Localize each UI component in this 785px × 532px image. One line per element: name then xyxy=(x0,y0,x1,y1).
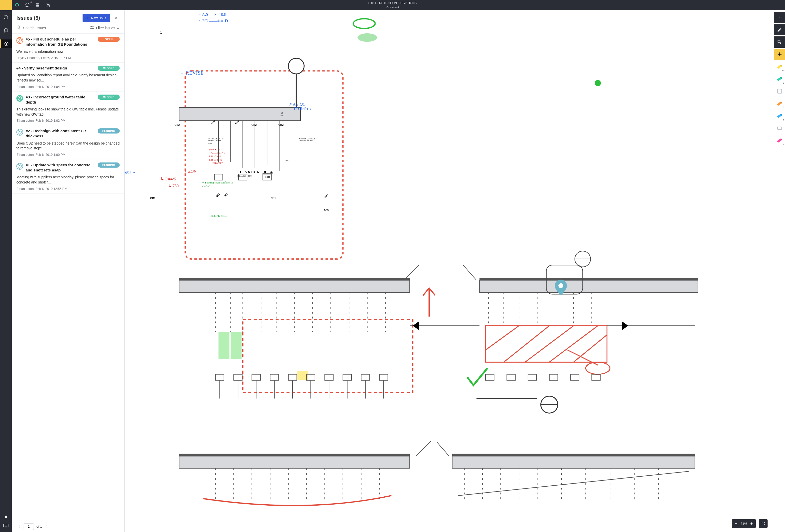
new-issue-button[interactable]: ＋ New issue xyxy=(82,14,110,22)
status-badge: PENDING xyxy=(98,162,120,167)
svg-rect-75 xyxy=(479,281,698,292)
svg-line-50 xyxy=(404,265,419,280)
svg-point-16 xyxy=(91,26,92,27)
svg-line-86 xyxy=(504,326,549,362)
svg-line-77 xyxy=(463,265,476,280)
status-badge: CLOSED xyxy=(98,65,120,71)
zoom-out-button[interactable]: − xyxy=(735,521,737,526)
layers-icon[interactable] xyxy=(12,0,22,10)
issue-title: #3 - Incorrect ground water table depth xyxy=(26,95,95,105)
annot-top2: ~ 2·D ——# ⇨ D xyxy=(199,19,228,23)
info-icon[interactable] xyxy=(0,13,12,22)
marker-pink[interactable]: 4 xyxy=(774,135,785,146)
annot-slope: SLOPE FILL xyxy=(210,214,227,218)
keyboard-icon[interactable] xyxy=(3,524,8,528)
pencil-tool[interactable]: 2 xyxy=(774,24,785,35)
zoom-control: − 31% + xyxy=(732,519,756,528)
issue-item[interactable]: #5 - Fill out schedule as per informatio… xyxy=(12,33,124,62)
svg-rect-97 xyxy=(592,374,600,380)
callout-sheet: S.013 xyxy=(280,115,284,116)
right-rail: 2 20 2 5 5 4 xyxy=(774,10,785,532)
grid-bubble-1: 1 xyxy=(160,31,162,34)
grid-icon[interactable] xyxy=(32,0,43,10)
issue-list: #5 - Fill out schedule as per informatio… xyxy=(12,33,124,521)
stamp-tool[interactable] xyxy=(774,86,785,97)
issue-item[interactable]: #3 - Incorrect ground water table depthC… xyxy=(12,91,124,126)
issue-item[interactable]: #2 - Redesign with consistent CB thickne… xyxy=(12,125,124,159)
comment-icon[interactable] xyxy=(0,26,12,35)
chevron-down-icon: ⌄ xyxy=(117,26,120,30)
svg-point-6 xyxy=(6,44,6,45)
elevation-title: ELEVATION xyxy=(237,170,260,174)
svg-marker-0 xyxy=(15,3,19,5)
cb2-label-1: CB2 xyxy=(175,124,180,126)
svg-line-87 xyxy=(525,326,574,362)
annot-gw1: New GW xyxy=(209,148,220,151)
annot-footing: → Footing shall conform to UCAD xyxy=(202,181,235,187)
issue-item[interactable]: #1 - Update with specs for concrete and … xyxy=(12,159,124,193)
issues-title: Issues (5) xyxy=(17,15,82,21)
svg-rect-84 xyxy=(486,326,607,362)
gw-label-2: APPROX. DEPTH OF GROUND WATER xyxy=(299,138,320,141)
page-input[interactable] xyxy=(24,523,34,530)
annot-top1: ~ A.S — S × 0.8 xyxy=(199,12,226,17)
compare-icon[interactable] xyxy=(43,0,53,10)
svg-point-24 xyxy=(288,58,304,74)
svg-point-136 xyxy=(353,19,375,28)
marker-orange[interactable]: 5 xyxy=(774,98,785,109)
drawing-canvas[interactable]: 1 CB2 CB2 CB2 CB2 CB2 SW2 SW2 APPROX. DE… xyxy=(125,10,774,532)
select-tool[interactable] xyxy=(774,36,785,48)
zoom-value: 31% xyxy=(741,522,747,526)
svg-point-137 xyxy=(358,33,377,42)
svg-rect-110 xyxy=(179,454,410,456)
svg-line-89 xyxy=(574,335,607,362)
next-page-button[interactable]: 〉 xyxy=(45,524,50,529)
issues-tab-icon[interactable] xyxy=(0,39,12,48)
sw2-label-1: SW2 xyxy=(208,143,212,144)
close-panel-icon[interactable]: ✕ xyxy=(112,16,120,21)
issue-item[interactable]: #4 - Verify basement designCLOSEDUpdated… xyxy=(12,62,124,91)
svg-point-19 xyxy=(19,39,21,41)
issue-title: #5 - Fill out schedule as per informatio… xyxy=(26,37,95,47)
back-button[interactable]: ← xyxy=(0,0,12,10)
svg-rect-64 xyxy=(379,374,388,380)
status-badge: PENDING xyxy=(98,128,120,134)
elevation-sheet: S.011 xyxy=(265,176,270,178)
plus-icon: ＋ xyxy=(86,16,90,20)
pin-icon xyxy=(17,37,23,44)
annot-hash45: → #4/5 xyxy=(182,169,196,175)
eraser-tool[interactable] xyxy=(774,123,785,134)
issue-description: Does CB2 need to be stepped here? Can th… xyxy=(17,141,120,151)
annot-gw3: LD #2.∅A xyxy=(209,155,222,158)
elevation-scale: SCALE: 1 : 100 xyxy=(237,175,252,177)
search-input[interactable] xyxy=(23,26,87,30)
svg-rect-51 xyxy=(243,320,413,392)
issue-meta: Ethan LotonFeb 6, 2019 1:00 PM xyxy=(17,153,120,157)
collapse-rail-button[interactable] xyxy=(774,12,785,23)
svg-rect-37 xyxy=(179,281,410,292)
annot-gw2: TABLE LINE xyxy=(209,151,225,154)
marker-yellow[interactable]: 20 xyxy=(774,61,785,72)
filter-issues-button[interactable]: Filter issues ⌄ xyxy=(90,26,120,30)
annot-750: ↳ 750 xyxy=(168,184,179,188)
svg-line-85 xyxy=(486,326,519,350)
svg-rect-33 xyxy=(214,174,223,180)
svg-point-101 xyxy=(558,283,563,288)
svg-rect-93 xyxy=(507,374,515,380)
pan-tool[interactable] xyxy=(774,49,785,60)
chat-icon[interactable]: 8 xyxy=(22,0,32,10)
marker-blue[interactable]: 5 xyxy=(774,110,785,122)
fullscreen-button[interactable] xyxy=(759,519,767,528)
annot-as14: ↗ A.S.∅14 xyxy=(289,102,307,107)
sw2-label-2: SW2 xyxy=(285,159,289,161)
issue-title: #4 - Verify basement design xyxy=(17,65,95,71)
gw-label-1: APPROX. DEPTH OF GROUND WATER xyxy=(208,138,228,141)
svg-rect-59 xyxy=(288,374,297,380)
svg-rect-52 xyxy=(219,332,229,359)
issue-meta: Hayley CharltonFeb 6, 2019 1:07 PM xyxy=(17,56,120,60)
prev-page-button[interactable]: 〈 xyxy=(16,524,21,529)
cb2-label-3: CB2 xyxy=(278,124,283,126)
marker-teal[interactable]: 2 xyxy=(774,73,785,85)
zoom-in-button[interactable]: + xyxy=(751,521,753,526)
svg-line-121 xyxy=(416,441,431,456)
